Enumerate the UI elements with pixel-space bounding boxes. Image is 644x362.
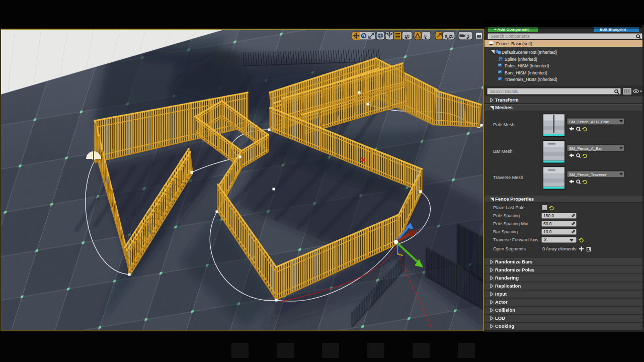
svg-text:SM_Fence_A+C_Pole: SM_Fence_A+C_Pole — [569, 120, 609, 124]
svg-text:10.0: 10.0 — [543, 229, 552, 234]
svg-text:Rendering: Rendering — [495, 275, 519, 281]
svg-text:10: 10 — [405, 34, 410, 39]
svg-text:Fence Properties: Fence Properties — [495, 196, 534, 202]
svg-text:Actor: Actor — [495, 299, 508, 305]
svg-text:Search Components: Search Components — [491, 34, 530, 39]
svg-text:Collision: Collision — [495, 307, 515, 313]
svg-text:DefaultSceneRoot (Inherited): DefaultSceneRoot (Inherited) — [502, 50, 557, 55]
svg-text:Replication: Replication — [495, 283, 521, 289]
svg-text:Transform: Transform — [495, 97, 518, 103]
svg-text:Randomize Poles: Randomize Poles — [495, 267, 535, 273]
svg-text:Bar Mesh: Bar Mesh — [493, 149, 513, 154]
svg-text:SM_Fence_A_Bar: SM_Fence_A_Bar — [569, 146, 602, 151]
svg-text:Search Details: Search Details — [490, 89, 518, 94]
svg-text:Pole Spacing Min: Pole Spacing Min — [493, 221, 528, 226]
svg-text:Traverses_HISM (Inherited): Traverses_HISM (Inherited) — [505, 77, 557, 82]
svg-text:Fence_Basic(self): Fence_Basic(self) — [496, 41, 532, 46]
svg-text:X-: X- — [544, 237, 548, 242]
svg-text:Open Segments: Open Segments — [493, 246, 526, 251]
svg-text:Bars_HISM (Inherited): Bars_HISM (Inherited) — [505, 70, 547, 75]
svg-text:Traverse Mesh: Traverse Mesh — [493, 175, 523, 180]
svg-text:Spline (Inherited): Spline (Inherited) — [505, 57, 537, 62]
svg-text:150.0: 150.0 — [543, 213, 554, 218]
svg-text:0 Array elements: 0 Array elements — [542, 246, 577, 251]
svg-text:Cooking: Cooking — [495, 323, 514, 329]
svg-text:Place Last Pole: Place Last Pole — [493, 205, 525, 210]
svg-text:LOD: LOD — [495, 315, 505, 321]
svg-text:Input: Input — [495, 291, 507, 297]
svg-text:Pole Spacing: Pole Spacing — [493, 213, 520, 218]
svg-text:Traverse Forward Axis: Traverse Forward Axis — [493, 237, 538, 242]
svg-text:50.0: 50.0 — [543, 221, 552, 226]
svg-text:0.25: 0.25 — [445, 34, 454, 39]
svg-text:3: 3 — [467, 34, 469, 39]
svg-text:Meshes: Meshes — [495, 105, 513, 110]
svg-text:Bar Spacing: Bar Spacing — [493, 229, 518, 234]
svg-text:5°: 5° — [424, 34, 429, 39]
svg-text:Randomize Bars: Randomize Bars — [495, 259, 532, 264]
svg-text:SM_Fence_Traverse: SM_Fence_Traverse — [569, 172, 607, 177]
svg-text:Pole Mesh: Pole Mesh — [493, 122, 515, 127]
svg-text:Poles_HISM (Inherited): Poles_HISM (Inherited) — [505, 63, 549, 68]
